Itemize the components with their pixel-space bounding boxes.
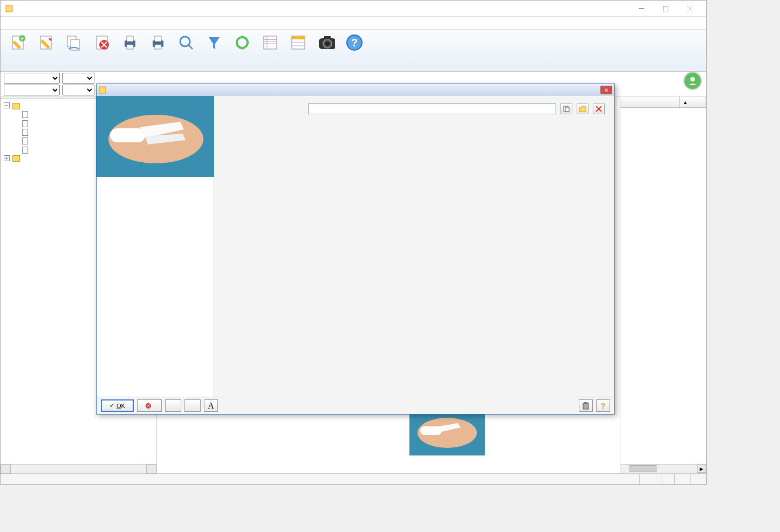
expand-icon[interactable]: + — [4, 155, 10, 161]
tb-duplizieren[interactable] — [60, 31, 88, 70]
dialog-preview-image — [97, 96, 214, 177]
folder-icon — [12, 103, 20, 109]
menu-hilfe[interactable] — [72, 22, 80, 25]
cancel-icon — [145, 403, 152, 409]
folder-icon — [12, 155, 20, 162]
menubar — [1, 17, 706, 30]
tb-benutzerhistorie[interactable] — [284, 31, 312, 70]
tb-kamera[interactable] — [312, 31, 340, 70]
field-row-bild — [224, 103, 605, 114]
dialog-content — [214, 96, 614, 397]
tb-aktualisieren[interactable] — [228, 31, 256, 70]
maximize-button[interactable] — [653, 1, 678, 16]
help-button[interactable]: ? — [596, 399, 610, 412]
tree-h-scrollbar[interactable] — [1, 464, 156, 473]
tb-loeschen[interactable] — [88, 31, 116, 70]
titlebar — [1, 1, 706, 17]
svg-rect-35 — [324, 36, 331, 39]
browse-button[interactable] — [577, 103, 589, 114]
detail-row — [183, 445, 288, 454]
detail-area — [183, 416, 288, 464]
tb-filtern[interactable] — [200, 31, 228, 70]
tb-suchen[interactable] — [172, 31, 200, 70]
svg-rect-19 — [155, 36, 161, 42]
status-num — [661, 474, 674, 484]
svg-point-38 — [690, 77, 695, 81]
doc-icon — [22, 120, 28, 127]
close-button[interactable] — [678, 1, 702, 16]
status-time — [690, 474, 704, 484]
cancel-button[interactable] — [137, 399, 162, 412]
minimize-button[interactable] — [629, 1, 653, 16]
svg-rect-42 — [99, 87, 106, 93]
detail-row — [183, 454, 288, 464]
doc-icon — [22, 137, 28, 144]
svg-rect-45 — [110, 128, 145, 142]
copy-button[interactable] — [560, 103, 572, 114]
scrollbar-thumb[interactable] — [630, 465, 656, 472]
svg-rect-29 — [292, 36, 305, 39]
ok-button[interactable]: ✔OK — [101, 399, 134, 412]
svg-text:+: + — [20, 36, 24, 42]
svg-rect-23 — [264, 36, 277, 49]
app-icon — [5, 4, 13, 13]
svg-rect-54 — [584, 402, 587, 404]
edit-dialog: ✕ ✔OK — [96, 84, 615, 414]
filter-select-1[interactable] — [4, 73, 60, 84]
tb-bearbeiten[interactable] — [32, 31, 60, 70]
svg-rect-47 — [565, 107, 569, 112]
delete-button[interactable] — [593, 103, 605, 114]
menu-auswertungen[interactable] — [43, 22, 51, 25]
collapse-icon[interactable]: − — [4, 102, 10, 108]
dialog-sidebar — [97, 96, 214, 397]
sort-asc-icon: ▲ — [683, 100, 688, 105]
next-button[interactable] — [184, 399, 201, 412]
right-grid: ▲ ▶ — [620, 96, 706, 473]
doc-icon — [22, 147, 28, 154]
tb-neu[interactable]: + — [4, 31, 32, 70]
menu-tabellen[interactable] — [33, 22, 42, 25]
grid-body[interactable] — [620, 108, 706, 464]
window-controls — [629, 1, 702, 16]
tb-drucken-report[interactable] — [144, 31, 172, 70]
bild-path-input[interactable] — [308, 103, 556, 114]
menu-bearbeiten[interactable] — [13, 22, 22, 25]
svg-point-34 — [325, 42, 330, 46]
main-window: + ? — [0, 0, 707, 485]
menu-verbandbuch[interactable] — [23, 22, 32, 25]
tb-drucken-eintrag[interactable] — [116, 31, 144, 70]
tb-auswahlliste[interactable] — [256, 31, 284, 70]
toolbar: + ? — [1, 30, 706, 72]
filter-select-4[interactable] — [62, 85, 94, 95]
detail-row — [183, 416, 288, 425]
dialog-icon — [99, 86, 106, 94]
font-button[interactable]: A — [204, 399, 218, 412]
svg-rect-20 — [155, 45, 161, 49]
svg-rect-17 — [127, 45, 133, 49]
svg-rect-0 — [6, 5, 12, 12]
doc-icon — [22, 111, 28, 118]
doc-icon — [22, 129, 28, 136]
menu-datei[interactable] — [4, 22, 12, 25]
svg-rect-16 — [127, 36, 133, 42]
detail-row — [183, 435, 288, 445]
svg-point-21 — [180, 37, 190, 46]
grid-h-scrollbar[interactable]: ▶ — [620, 464, 706, 473]
tb-hilfe[interactable]: ? — [340, 31, 368, 70]
dialog-body — [97, 96, 614, 397]
dialog-titlebar[interactable]: ✕ — [97, 84, 614, 96]
user-badge[interactable] — [683, 72, 702, 90]
col-unfallart[interactable] — [620, 96, 680, 107]
menu-module[interactable] — [52, 22, 61, 25]
filter-select-3[interactable] — [62, 73, 94, 84]
svg-rect-2 — [663, 6, 668, 11]
menu-extras[interactable] — [62, 22, 71, 25]
clipboard-button[interactable] — [579, 399, 593, 412]
grid-header[interactable]: ▲ — [620, 96, 706, 108]
col-schu[interactable]: ▲ — [680, 96, 706, 107]
dialog-close-button[interactable]: ✕ — [600, 86, 612, 94]
svg-text:?: ? — [351, 37, 358, 49]
filter-select-2[interactable] — [4, 85, 60, 95]
back-button[interactable] — [165, 399, 181, 412]
scroll-right-icon[interactable]: ▶ — [697, 465, 706, 473]
